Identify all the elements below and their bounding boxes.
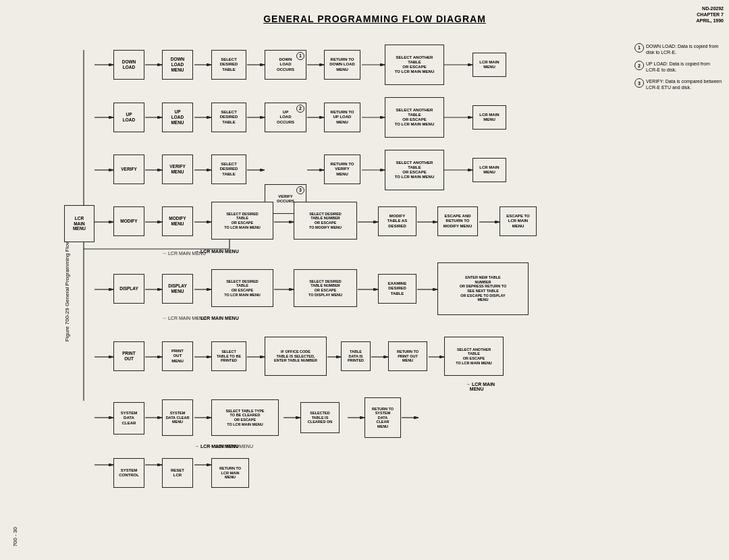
up-load: UPLOAD <box>113 103 144 132</box>
escape-to-lcr: ESCAPE TOLCR MAINMENU <box>500 206 537 236</box>
if-office-code: IF OFFICE CODETABLE IS SELECTED,ENTER TA… <box>265 337 327 376</box>
select-another-ul: SELECT ANOTHERTABLEOR ESCAPETO LCR MAIN … <box>385 97 444 138</box>
lcr-main-menu-ul: LCR MAINMENU <box>473 105 506 130</box>
modify-table-as-desired: MODIFYTABLE ASDESIRED <box>378 206 416 236</box>
verify: VERIFY <box>113 155 144 184</box>
page: ND-20292 CHAPTER 7 APRIL, 1990 Figure 70… <box>0 0 729 560</box>
return-to-po-menu: RETURN TOPRINT OUTMENU <box>388 341 427 371</box>
modify-menu: MODIFYMENU <box>162 206 193 236</box>
verify-menu: VERIFYMENU <box>162 155 193 184</box>
system-control: SYSTEMCONTROL <box>113 458 144 488</box>
lcr-main-menu: LCRMAINMENU <box>64 205 94 242</box>
legend-text-3: VERIFY: Data is compared between LCR-E E… <box>646 78 722 90</box>
return-to-lcr-menu-sc: RETURN TOLCR MAINMENU <box>211 458 249 488</box>
down-load: DOWNLOAD <box>113 50 144 80</box>
legend-circle-2: 2 <box>634 61 644 70</box>
print-out-menu: PRINTOUTMENU <box>162 341 193 371</box>
legend-text-1: DOWN LOAD: Data is copied from disk to L… <box>646 43 722 55</box>
display-menu: DISPLAYMENU <box>162 274 193 304</box>
examine-desired-table: EXAMINEDESIREDTABLE <box>378 274 416 304</box>
diagram-container: GENERAL PROGRAMMING FLOW DIAGRAM <box>27 13 722 553</box>
system-data-clear: SYSTEMDATACLEAR <box>113 402 144 435</box>
select-desired-table-num-m: SELECT DESIREDTABLE NUMBEROR ESCAPETO MO… <box>294 202 357 240</box>
table-data-printed: TABLEDATA ISPRINTED <box>341 341 371 371</box>
down-load-occurs: DOWNLOADOCCURS 1 <box>265 50 306 80</box>
legend-item-3: 3 VERIFY: Data is compared between LCR-E… <box>634 78 722 90</box>
diagram-title: GENERAL PROGRAMMING FLOW DIAGRAM <box>27 13 722 24</box>
legend-text-2: UP LOAD: Data is copied from LCR-E to di… <box>646 61 722 73</box>
lcr-main-menu-dl: LCR MAINMENU <box>473 53 506 77</box>
legend-item-2: 2 UP LOAD: Data is copied from LCR-E to … <box>634 61 722 73</box>
legend-circle-3: 3 <box>634 78 644 88</box>
page-number: 700 - 30 <box>12 527 18 547</box>
lcr-main-menu-v: LCR MAINMENU <box>473 158 506 182</box>
flow-area: → LCR MAIN MENU → LCR MAIN MENU <box>27 30 722 536</box>
selected-table-cleared: SELECTEDTABLE ISCLEARED ON <box>300 402 340 433</box>
up-load-occurs: UPLOADOCCURS 2 <box>265 103 306 132</box>
select-another-dl: SELECT ANOTHERTABLEOR ESCAPETO LCR MAIN … <box>385 45 444 85</box>
select-another-v: SELECT ANOTHERTABLEOR ESCAPETO LCR MAIN … <box>385 150 444 190</box>
legend-circle-1: 1 <box>634 43 644 53</box>
reset-lcr: RESETLCR <box>162 458 193 488</box>
select-desired-table-v: SELECTDESIREDTABLE <box>211 155 246 184</box>
lcr-main-menu-label-po: → LCR MAIN MENU <box>466 382 495 391</box>
up-load-menu: UPLOADMENU <box>162 103 193 132</box>
select-desired-table-num-d: SELECT DESIREDTABLE NUMBEROR ESCAPETO DI… <box>294 269 357 307</box>
select-desired-table-dl: SELECTDESIREDTABLE <box>211 50 246 80</box>
lcr-main-menu-label-sdc: → LCR MAIN MENU <box>194 444 239 449</box>
system-data-clear-menu: SYSTEMDATA CLEARMENU <box>162 399 193 436</box>
lcr-main-menu-label-m: → LCR MAIN MENU <box>194 249 239 254</box>
select-desired-table-ul: SELECTDESIREDTABLE <box>211 103 246 132</box>
return-to-v-menu: RETURN TOVERIFYMENU <box>324 155 360 184</box>
legend: 1 DOWN LOAD: Data is copied from disk to… <box>634 43 722 96</box>
doc-number: ND-20292 <box>697 5 724 11</box>
down-load-menu: DOWNLOADMENU <box>162 50 193 80</box>
select-another-po: SELECT ANOTHERTABLEOR ESCAPETO LCR MAIN … <box>444 337 504 376</box>
escape-return-modify: ESCAPE ANDRETURN TOMODIFY MENU <box>437 206 478 236</box>
select-table-type: SELECT TABLE TYPETO BE CLEAREDOR ESCAPET… <box>211 399 279 436</box>
modify: MODIFY <box>113 206 144 236</box>
lcr-main-menu-label-d: → LCR MAIN MENU <box>194 316 239 320</box>
legend-item-1: 1 DOWN LOAD: Data is copied from disk to… <box>634 43 722 55</box>
return-to-dl-menu: RETURN TODOWN LOADMENU <box>324 50 360 80</box>
enter-new-table-num: ENTER NEW TABLENUMBEROR DEPRESS RETURN T… <box>437 262 529 315</box>
select-desired-table-d: SELECT DESIREDTABLEOR ESCAPETO LCR MAIN … <box>211 269 273 307</box>
select-desired-table-m: SELECT DESIREDTABLEOR ESCAPETO LCR MAIN … <box>211 202 273 240</box>
return-to-ul-menu: RETURN TOUP LOADMENU <box>324 103 360 132</box>
return-to-sdc-menu: RETURN TOSYSTEMDATACLEARMENU <box>364 397 401 438</box>
select-table-printed: SELECTTABLE TO BEPRINTED <box>211 341 246 371</box>
display: DISPLAY <box>113 274 144 304</box>
print-out: PRINTOUT <box>113 341 144 371</box>
